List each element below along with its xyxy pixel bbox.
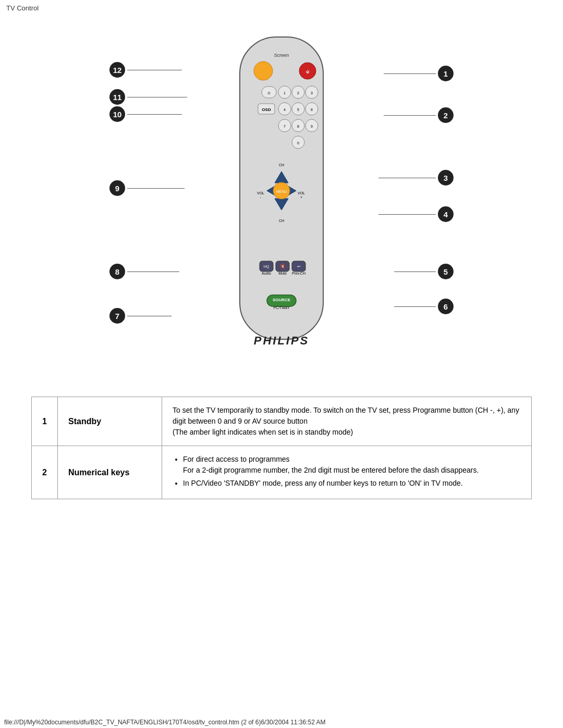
callout-circle-9: 9: [109, 180, 125, 196]
svg-text:6: 6: [311, 108, 313, 112]
svg-text:PHILIPS: PHILIPS: [254, 334, 310, 347]
svg-text:SOURCE: SOURCE: [273, 298, 291, 302]
svg-text:VOL: VOL: [298, 191, 305, 195]
svg-text:9: 9: [311, 125, 313, 128]
callout-12: 12: [109, 62, 182, 78]
callout-3: 3: [378, 170, 454, 186]
svg-text:7: 7: [284, 125, 286, 128]
svg-text:MENU: MENU: [276, 190, 287, 193]
footer-bar: file:///D|/My%20documents/dfu/B2C_TV_NAF…: [0, 717, 563, 728]
svg-text:0: 0: [297, 141, 299, 145]
callout-11: 11: [109, 89, 187, 105]
callout-circle-3: 3: [438, 170, 454, 186]
row-label-2: Numerical keys: [58, 446, 162, 499]
page-title: TV Control: [6, 4, 39, 12]
callout-6: 6: [394, 299, 454, 314]
svg-point-4: [254, 61, 273, 80]
svg-text:⏻: ⏻: [306, 70, 310, 73]
callout-10: 10: [109, 106, 182, 122]
row-desc-1: To set the TV temporarily to standby mod…: [162, 397, 531, 446]
svg-text:1: 1: [284, 91, 286, 95]
row-label-1: Standby: [58, 397, 162, 446]
page-header: TV Control: [0, 0, 563, 16]
svg-text:CH: CH: [279, 219, 284, 223]
description-table: 1 Standby To set the TV temporarily to s…: [31, 397, 532, 499]
svg-text:5: 5: [297, 108, 299, 112]
svg-text:HQ: HQ: [264, 265, 270, 269]
main-content: Screen ⏻ ⊙ 1 2 3 OSD 4 5 6: [0, 16, 563, 520]
svg-text:↩: ↩: [297, 264, 301, 269]
svg-text:Prev.CH: Prev.CH: [292, 272, 305, 275]
svg-text:🔇: 🔇: [280, 263, 286, 269]
svg-text:PC/TWAY: PC/TWAY: [273, 306, 289, 310]
callout-circle-2: 2: [438, 107, 454, 123]
svg-text:CH: CH: [279, 163, 284, 167]
svg-text:8: 8: [297, 125, 299, 128]
callout-circle-1: 1: [438, 66, 454, 81]
callout-circle-12: 12: [109, 62, 125, 78]
row-desc-2: For direct access to programmes For a 2-…: [162, 446, 531, 499]
callout-2: 2: [384, 107, 454, 123]
svg-text:4: 4: [284, 108, 286, 112]
table-row: 1 Standby To set the TV temporarily to s…: [32, 397, 531, 446]
callout-circle-8: 8: [109, 264, 125, 279]
table-row: 2 Numerical keys For direct access to pr…: [32, 446, 531, 499]
svg-text:2: 2: [297, 91, 299, 95]
callout-circle-6: 6: [438, 299, 454, 314]
svg-text:OSD: OSD: [262, 107, 271, 112]
callout-8: 8: [109, 264, 179, 279]
svg-text:+: +: [300, 195, 302, 199]
remote-diagram: Screen ⏻ ⊙ 1 2 3 OSD 4 5 6: [99, 27, 464, 381]
svg-text:VOL: VOL: [257, 191, 264, 195]
svg-text:3: 3: [311, 91, 313, 95]
svg-text:⊙: ⊙: [267, 91, 271, 95]
callout-circle-4: 4: [438, 206, 454, 222]
row-num-2: 2: [32, 446, 58, 499]
remote-svg: Screen ⏻ ⊙ 1 2 3 OSD 4 5 6: [224, 27, 339, 360]
callout-circle-10: 10: [109, 106, 125, 122]
callout-9: 9: [109, 180, 185, 196]
callout-circle-7: 7: [109, 308, 125, 324]
svg-text:Audio: Audio: [262, 272, 271, 275]
row-num-1: 1: [32, 397, 58, 446]
callout-1: 1: [384, 66, 454, 81]
svg-text:Screen: Screen: [274, 53, 289, 58]
callout-4: 4: [378, 206, 454, 222]
footer-text: file:///D|/My%20documents/dfu/B2C_TV_NAF…: [4, 719, 326, 726]
callout-circle-11: 11: [109, 89, 125, 105]
callout-circle-5: 5: [438, 264, 454, 279]
callout-5: 5: [394, 264, 454, 279]
svg-text:Mute: Mute: [278, 272, 287, 275]
callout-7: 7: [109, 308, 172, 324]
